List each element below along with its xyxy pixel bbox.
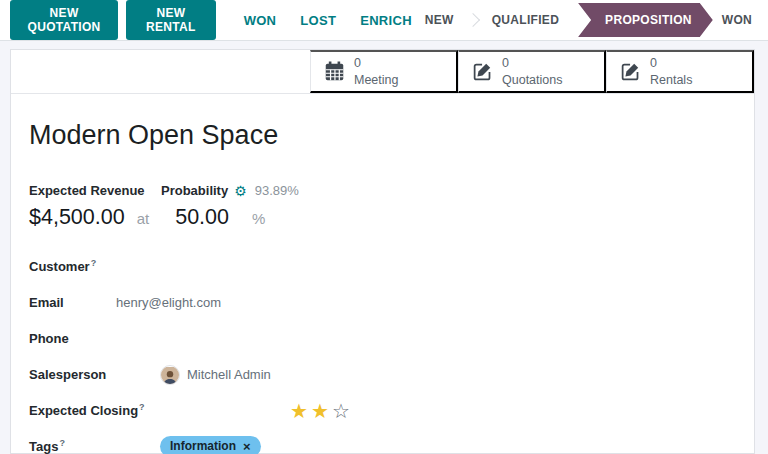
enrich-button[interactable]: ENRICH [360, 13, 412, 28]
gear-icon[interactable]: ⚙ [234, 184, 247, 198]
meeting-count: 0 [354, 55, 361, 71]
revenue-value-row: $4,500.00 at 50.00 % [29, 205, 736, 230]
expected-closing-help-icon[interactable]: ? [139, 402, 145, 412]
new-rental-button[interactable]: NEW RENTAL [126, 0, 216, 40]
salesperson-label: Salesperson [29, 367, 160, 382]
lead-title[interactable]: Modern Open Space [29, 120, 736, 151]
salesperson-input[interactable]: Mitchell Admin [160, 365, 271, 385]
email-label: Email [29, 295, 116, 310]
quotations-stat-text: 0 Quotations [502, 55, 562, 88]
button-box: 0 Meeting 0 Quotations [11, 50, 754, 94]
quotations-label: Quotations [502, 72, 562, 88]
stage-pipeline: NEW QUALIFIED PROPOSITION WON [412, 3, 754, 37]
stage-new[interactable]: NEW [412, 13, 467, 27]
priority-widget: ★ ★ ☆ [290, 401, 350, 421]
star-empty-icon[interactable]: ☆ [332, 401, 350, 421]
customer-help-icon[interactable]: ? [91, 258, 97, 268]
percent-sign: % [252, 210, 265, 227]
meeting-stat-button[interactable]: 0 Meeting [310, 50, 458, 93]
stage-won[interactable]: WON [713, 13, 754, 27]
at-label: at [137, 210, 150, 227]
tags-field-row: Tags? Information × [29, 436, 736, 454]
tag-information[interactable]: Information × [160, 436, 261, 454]
quotations-stat-button[interactable]: 0 Quotations [458, 50, 606, 93]
stage-proposition-active[interactable]: PROPOSITION [578, 3, 713, 37]
phone-field-row: Phone [29, 328, 736, 349]
salesperson-field-row: Salesperson Mitchell Admin [29, 364, 736, 385]
edit-icon [472, 61, 493, 82]
revenue-label-row: Expected Revenue Probability ⚙ 93.89% [29, 183, 736, 198]
statusbar: NEW QUOTATION NEW RENTAL WON LOST ENRICH… [0, 0, 768, 41]
meeting-stat-text: 0 Meeting [354, 55, 398, 88]
email-input[interactable]: henry@elight.com [116, 295, 221, 310]
salesperson-name: Mitchell Admin [187, 367, 271, 382]
edit-icon [620, 61, 641, 82]
email-field-row: Email henry@elight.com [29, 292, 736, 313]
probability-input[interactable]: 50.00 [175, 205, 229, 230]
tag-remove-icon[interactable]: × [243, 440, 251, 453]
phone-label: Phone [29, 331, 160, 346]
meeting-label: Meeting [354, 72, 398, 88]
lost-button[interactable]: LOST [300, 13, 336, 28]
rentals-label: Rentals [650, 72, 692, 88]
probability-label: Probability [161, 183, 228, 198]
tags-label-text: Tags [29, 440, 58, 454]
avatar [160, 365, 180, 385]
expected-revenue-input[interactable]: $4,500.00 [29, 205, 125, 230]
star-filled-icon[interactable]: ★ [290, 401, 308, 421]
chevron-right-icon [466, 13, 480, 27]
customer-field-row: Customer? [29, 256, 736, 277]
quotations-count: 0 [502, 55, 509, 71]
rentals-stat-text: 0 Rentals [650, 55, 692, 88]
won-button[interactable]: WON [244, 13, 277, 28]
probability-auto-value: 93.89% [255, 183, 299, 198]
tags-help-icon[interactable]: ? [59, 438, 65, 448]
rentals-count: 0 [650, 55, 657, 71]
tags-label: Tags? [29, 438, 160, 454]
customer-label-text: Customer [29, 260, 90, 275]
new-quotation-button[interactable]: NEW QUOTATION [10, 0, 118, 40]
form-sheet: 0 Meeting 0 Quotations [10, 49, 755, 454]
expected-closing-label: Expected Closing? [29, 402, 160, 418]
tag-label: Information [170, 439, 236, 453]
customer-label: Customer? [29, 258, 160, 274]
calendar-icon [324, 61, 345, 82]
statusbar-actions: NEW QUOTATION NEW RENTAL WON LOST ENRICH [10, 0, 412, 40]
sheet-body: Modern Open Space Expected Revenue Proba… [11, 94, 754, 454]
stage-qualified[interactable]: QUALIFIED [479, 13, 572, 27]
expected-closing-label-text: Expected Closing [29, 404, 138, 419]
expected-closing-field-row: Expected Closing? ★ ★ ☆ [29, 400, 736, 421]
expected-revenue-label: Expected Revenue [29, 183, 161, 198]
statusbar-links: WON LOST ENRICH [244, 13, 412, 28]
star-filled-icon[interactable]: ★ [311, 401, 329, 421]
rentals-stat-button[interactable]: 0 Rentals [606, 50, 754, 93]
